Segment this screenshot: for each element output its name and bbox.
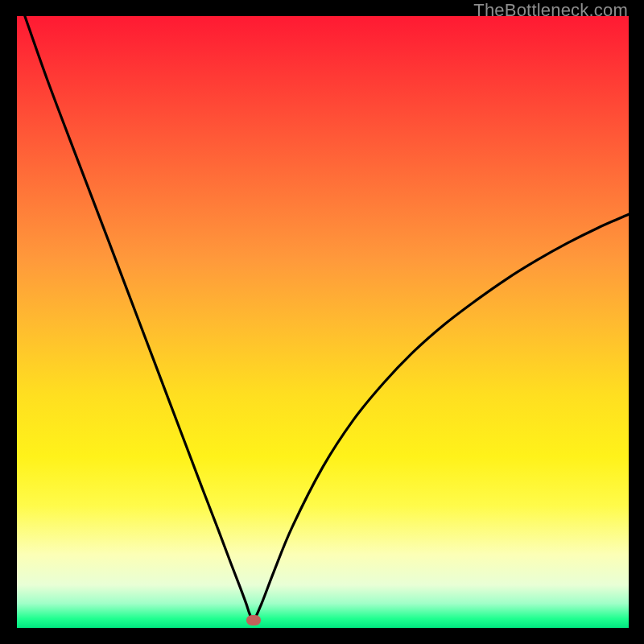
chart-frame: TheBottleneck.com	[0, 0, 644, 644]
optimum-marker	[246, 615, 261, 625]
watermark-text: TheBottleneck.com	[473, 0, 628, 21]
bottleneck-curve	[25, 16, 629, 620]
curve-layer	[17, 16, 629, 628]
